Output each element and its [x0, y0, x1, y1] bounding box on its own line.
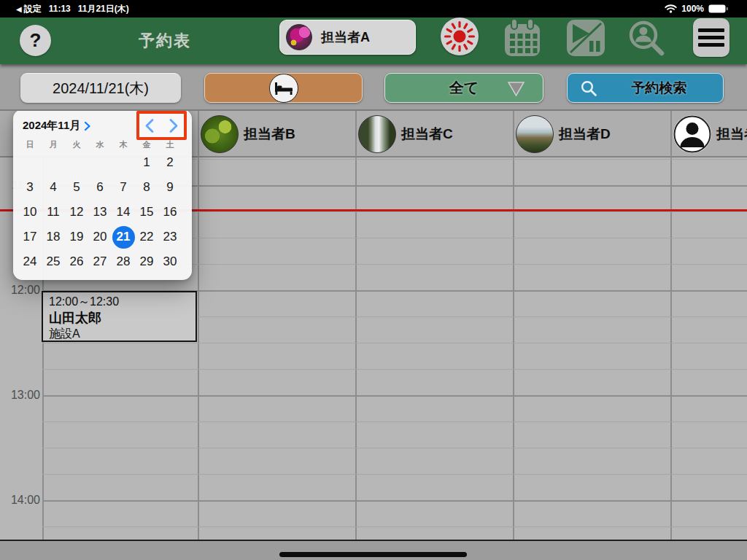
day-cell[interactable]: 15 [135, 201, 158, 224]
day-number: 15 [136, 201, 158, 224]
falls-avatar [516, 115, 554, 153]
staff-name-label: 担当者B [244, 125, 295, 144]
status-bar: ◀ 設定 11:13 11月21日(木) 100% [0, 0, 747, 18]
day-number: 14 [112, 201, 135, 224]
grid-line [513, 111, 514, 540]
time-label: 14:00 [0, 494, 40, 507]
day-cell[interactable]: 25 [42, 250, 65, 273]
day-cell[interactable]: 27 [88, 250, 112, 273]
current-staff-button[interactable]: 担当者A [279, 20, 416, 55]
wifi-icon [665, 4, 677, 13]
day-number: 25 [42, 251, 65, 273]
day-cell[interactable]: 2 [158, 151, 182, 174]
day-cell[interactable]: 1 [135, 151, 158, 174]
day-number: 22 [136, 226, 158, 249]
day-cell[interactable]: 8 [135, 176, 158, 199]
day-cell[interactable]: 3 [18, 176, 42, 199]
day-number: 13 [89, 201, 112, 224]
day-cell[interactable]: 20 [88, 225, 112, 249]
day-cell[interactable]: 4 [42, 176, 65, 199]
calendar-view-button[interactable] [503, 18, 541, 60]
day-cell[interactable]: 29 [135, 250, 158, 273]
day-number: 6 [89, 176, 112, 199]
day-cell[interactable]: 17 [18, 225, 42, 249]
menu-button[interactable] [693, 18, 729, 57]
filter-dropdown[interactable]: 全て [384, 73, 543, 103]
day-view-button[interactable] [441, 18, 479, 55]
bottom-bar [0, 540, 747, 560]
appointment-facility: 施設A [49, 326, 190, 342]
reservation-search-button[interactable]: 予約検索 [567, 73, 724, 103]
day-cell[interactable]: 11 [42, 201, 65, 224]
day-cell[interactable]: 5 [65, 176, 88, 199]
day-number: 24 [19, 251, 42, 273]
menu-icon [698, 28, 724, 32]
day-cell[interactable]: 16 [158, 201, 182, 224]
facility-view-button[interactable] [204, 73, 363, 103]
day-cell[interactable]: 24 [18, 250, 42, 273]
app-header: ? 予約表 担当者A [0, 18, 747, 64]
day-number: 28 [112, 251, 135, 273]
day-number: 2 [159, 152, 182, 174]
dropdown-arrow-icon [508, 82, 525, 96]
time-label: 13:00 [0, 389, 40, 402]
staff-column-header[interactable]: 担当者 [670, 111, 747, 158]
day-number: 27 [89, 251, 112, 273]
status-time: 11:13 [49, 4, 71, 14]
appointment-block[interactable]: 12:00～12:30 山田太郎 施設A [42, 291, 197, 342]
day-number: 12 [66, 201, 88, 224]
back-label: 設定 [24, 3, 42, 15]
day-number: 21 [112, 226, 135, 249]
day-cell[interactable]: 7 [112, 176, 135, 199]
appointment-time: 12:00～12:30 [49, 294, 190, 310]
time-label: 12:00 [0, 284, 40, 297]
staff-column-header[interactable]: 担当者D [513, 111, 670, 158]
day-cell[interactable]: 18 [42, 225, 65, 249]
day-cell[interactable]: 28 [112, 250, 135, 273]
waterfall-avatar [358, 115, 396, 153]
home-indicator[interactable] [279, 552, 467, 557]
staff-name-label: 担当者D [559, 125, 611, 144]
day-number: 1 [136, 152, 158, 174]
battery-percent: 100% [681, 4, 704, 14]
day-cell[interactable]: 10 [18, 201, 42, 224]
staff-search-button[interactable] [626, 20, 665, 59]
grid-line [355, 111, 357, 540]
selected-day-cell[interactable]: 21 [112, 225, 135, 249]
day-cell[interactable]: 9 [158, 176, 182, 199]
day-number: 9 [159, 176, 182, 199]
staff-column-header[interactable]: 担当者B [198, 111, 355, 158]
grid-line [42, 448, 747, 448]
bed-icon [269, 74, 298, 103]
day-number: 4 [42, 176, 65, 199]
toolbar: 2024/11/21(木) 全て 予約検索 [0, 64, 747, 111]
day-cell[interactable]: 14 [112, 201, 135, 224]
day-cell[interactable]: 6 [88, 176, 112, 199]
staff-column-header[interactable]: 担当者C [355, 111, 513, 158]
day-number: 7 [112, 176, 135, 199]
day-cell[interactable]: 22 [135, 225, 158, 249]
day-number: 30 [159, 251, 182, 273]
day-number: 3 [19, 176, 42, 199]
month-expand-chevron-icon [84, 121, 90, 131]
day-cell[interactable]: 12 [65, 201, 88, 224]
day-number: 5 [66, 176, 88, 199]
weekday-label: 土 [158, 139, 182, 150]
day-number: 20 [89, 226, 112, 249]
month-label: 2024年11月 [23, 119, 80, 133]
back-to-settings-link[interactable]: ◀ 設定 [16, 3, 42, 15]
appointment-client: 山田太郎 [49, 310, 190, 326]
day-cell[interactable]: 26 [65, 250, 88, 273]
month-selector-button[interactable]: 2024年11月 [23, 119, 90, 133]
playback-toggle-button[interactable] [567, 20, 605, 59]
day-number: 19 [66, 226, 88, 249]
day-cell[interactable]: 23 [158, 225, 182, 249]
weekday-label: 日 [18, 139, 42, 150]
help-button[interactable]: ? [20, 25, 51, 56]
date-picker-button[interactable]: 2024/11/21(木) [20, 73, 181, 103]
day-cell[interactable]: 13 [88, 201, 112, 224]
day-cell[interactable]: 30 [158, 250, 182, 273]
day-cell[interactable]: 19 [65, 225, 88, 249]
day-number: 10 [19, 201, 42, 224]
battery-icon [708, 4, 728, 13]
